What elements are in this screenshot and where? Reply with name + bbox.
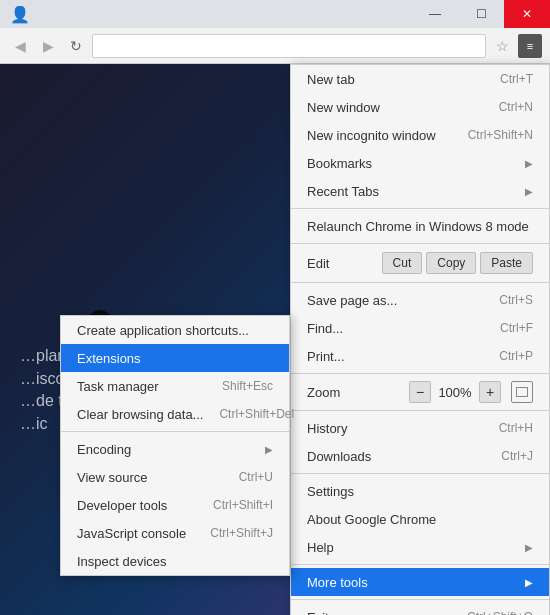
menu-item-more-tools[interactable]: More tools ▶ [291, 568, 549, 596]
menu-item-shortcut: Ctrl+N [499, 100, 533, 114]
menu-item-label: Settings [307, 484, 533, 499]
menu-item-shortcut: Ctrl+Shift+Q [467, 610, 533, 615]
menu-item-label: Save page as... [307, 293, 483, 308]
minimize-button[interactable]: — [412, 0, 458, 28]
submenu-arrow-icon: ▶ [525, 186, 533, 197]
forward-button[interactable]: ▶ [36, 34, 60, 58]
menu-separator [291, 410, 549, 411]
zoom-in-button[interactable]: + [479, 381, 501, 403]
submenu-item-task-manager[interactable]: Task manager Shift+Esc [61, 372, 289, 400]
submenu-item-label: Task manager [77, 379, 206, 394]
submenu-item-view-source[interactable]: View source Ctrl+U [61, 463, 289, 491]
chrome-menu-icon[interactable]: ≡ [518, 34, 542, 58]
bookmark-star-icon[interactable]: ☆ [490, 34, 514, 58]
submenu-item-label: JavaScript console [77, 526, 194, 541]
submenu-item-create-application-shortcuts[interactable]: Create application shortcuts... [61, 316, 289, 344]
menu-item-label: Find... [307, 321, 484, 336]
submenu-item-label: Extensions [77, 351, 273, 366]
back-button[interactable]: ◀ [8, 34, 32, 58]
submenu-item-encoding[interactable]: Encoding ▶ [61, 435, 289, 463]
submenu-item-shortcut: Ctrl+Shift+I [213, 498, 273, 512]
more-tools-submenu: Create application shortcuts... Extensio… [60, 315, 290, 576]
edit-label: Edit [307, 256, 382, 271]
edit-cut-button[interactable]: Cut [382, 252, 423, 274]
zoom-row: Zoom − 100% + [291, 377, 549, 407]
submenu-item-developer-tools[interactable]: Developer tools Ctrl+Shift+I [61, 491, 289, 519]
menu-item-history[interactable]: History Ctrl+H [291, 414, 549, 442]
submenu-arrow-icon: ▶ [265, 444, 273, 455]
submenu-item-inspect-devices[interactable]: Inspect devices [61, 547, 289, 575]
reload-button[interactable]: ↻ [64, 34, 88, 58]
menu-item-save-page-as[interactable]: Save page as... Ctrl+S [291, 286, 549, 314]
zoom-controls: − 100% + [409, 381, 533, 403]
menu-item-label: More tools [307, 575, 517, 590]
submenu-item-label: Encoding [77, 442, 257, 457]
menu-item-label: New tab [307, 72, 484, 87]
menu-item-find[interactable]: Find... Ctrl+F [291, 314, 549, 342]
menu-item-shortcut: Ctrl+P [499, 349, 533, 363]
titlebar-buttons: — ☐ ✕ [412, 0, 550, 28]
menu-item-about-google-chrome[interactable]: About Google Chrome [291, 505, 549, 533]
menu-item-label: New incognito window [307, 128, 452, 143]
menu-item-label: Downloads [307, 449, 485, 464]
edit-copy-button[interactable]: Copy [426, 252, 476, 274]
submenu-item-shortcut: Ctrl+U [239, 470, 273, 484]
menu-item-shortcut: Ctrl+H [499, 421, 533, 435]
menu-item-downloads[interactable]: Downloads Ctrl+J [291, 442, 549, 470]
zoom-value: 100% [437, 385, 473, 400]
chrome-menu: New tab Ctrl+T New window Ctrl+N New inc… [290, 64, 550, 615]
menu-item-new-tab[interactable]: New tab Ctrl+T [291, 65, 549, 93]
menu-item-shortcut: Ctrl+S [499, 293, 533, 307]
edit-row: Edit CutCopyPaste [291, 247, 549, 279]
menu-item-label: Print... [307, 349, 483, 364]
zoom-label: Zoom [307, 385, 409, 400]
menu-item-new-window[interactable]: New window Ctrl+N [291, 93, 549, 121]
menu-item-new-incognito-window[interactable]: New incognito window Ctrl+Shift+N [291, 121, 549, 149]
menu-item-help[interactable]: Help ▶ [291, 533, 549, 561]
menu-item-print[interactable]: Print... Ctrl+P [291, 342, 549, 370]
submenu-item-label: Clear browsing data... [77, 407, 203, 422]
browser-titlebar: 👤 — ☐ ✕ [0, 0, 550, 28]
menu-item-shortcut: Ctrl+F [500, 321, 533, 335]
zoom-out-button[interactable]: − [409, 381, 431, 403]
browser-toolbar: ◀ ▶ ↻ ☆ ≡ [0, 28, 550, 64]
submenu-item-label: Developer tools [77, 498, 197, 513]
menu-item-label: About Google Chrome [307, 512, 533, 527]
menu-item-exit[interactable]: Exit Ctrl+Shift+Q [291, 603, 549, 615]
menu-item-label: Bookmarks [307, 156, 517, 171]
menu-item-label: New window [307, 100, 483, 115]
menu-item-bookmarks[interactable]: Bookmarks ▶ [291, 149, 549, 177]
menu-separator [291, 564, 549, 565]
close-button[interactable]: ✕ [504, 0, 550, 28]
menu-item-label: History [307, 421, 483, 436]
menu-separator [291, 243, 549, 244]
edit-paste-button[interactable]: Paste [480, 252, 533, 274]
submenu-item-javascript-console[interactable]: JavaScript console Ctrl+Shift+J [61, 519, 289, 547]
menu-separator [291, 473, 549, 474]
omnibar-input[interactable] [92, 34, 486, 58]
submenu-item-label: Create application shortcuts... [77, 323, 273, 338]
fullscreen-button[interactable] [511, 381, 533, 403]
submenu-arrow-icon: ▶ [525, 158, 533, 169]
fullscreen-icon [516, 387, 528, 397]
submenu-separator [61, 431, 289, 432]
profile-icon[interactable]: 👤 [10, 5, 30, 24]
maximize-button[interactable]: ☐ [458, 0, 504, 28]
submenu-item-extensions[interactable]: Extensions [61, 344, 289, 372]
submenu-arrow-icon: ▶ [525, 542, 533, 553]
menu-separator [291, 208, 549, 209]
submenu-item-label: Inspect devices [77, 554, 273, 569]
menu-item-recent-tabs[interactable]: Recent Tabs ▶ [291, 177, 549, 205]
menu-separator [291, 282, 549, 283]
menu-item-label: Recent Tabs [307, 184, 517, 199]
submenu-item-clear-browsing-data[interactable]: Clear browsing data... Ctrl+Shift+Del [61, 400, 289, 428]
menu-separator [291, 373, 549, 374]
menu-item-shortcut: Ctrl+Shift+N [468, 128, 533, 142]
submenu-arrow-icon: ▶ [525, 577, 533, 588]
edit-buttons: CutCopyPaste [382, 252, 533, 274]
menu-item-shortcut: Ctrl+J [501, 449, 533, 463]
menu-item-settings[interactable]: Settings [291, 477, 549, 505]
menu-item-relaunch-chrome-in-windows-8-mode[interactable]: Relaunch Chrome in Windows 8 mode [291, 212, 549, 240]
submenu-item-shortcut: Ctrl+Shift+Del [219, 407, 294, 421]
menu-item-label: Relaunch Chrome in Windows 8 mode [307, 219, 533, 234]
